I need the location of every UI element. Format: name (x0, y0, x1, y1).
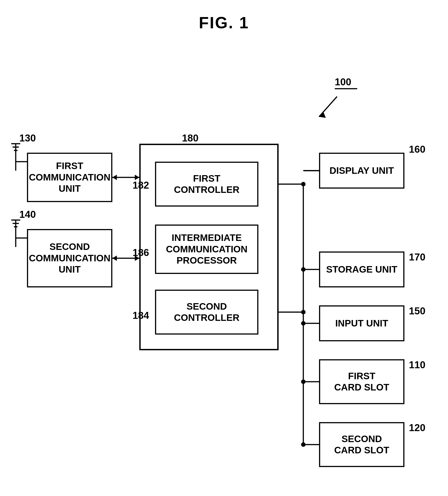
ref-186: 186 (133, 247, 149, 258)
box-second-controller: SECOND CONTROLLER (155, 290, 258, 335)
svg-point-20 (301, 310, 305, 314)
svg-point-18 (301, 182, 305, 186)
first-card-label: FIRST CARD SLOT (334, 371, 389, 393)
svg-point-26 (301, 321, 305, 326)
ref-184: 184 (133, 310, 149, 321)
first-comm-label: FIRST COMMUNICATION UNIT (29, 160, 110, 194)
figure-title: FIG. 1 (199, 14, 249, 32)
box-display: DISPLAY UNIT (319, 153, 404, 189)
input-label: INPUT UNIT (335, 318, 388, 329)
ref-130: 130 (19, 132, 36, 144)
box-second-card: SECOND CARD SLOT (319, 422, 404, 467)
ref-180: 180 (182, 132, 198, 144)
icp-label: INTERMEDIATE COMMUNICATION PROCESSOR (166, 232, 247, 266)
second-comm-label: SECOND COMMUNICATION UNIT (29, 241, 110, 275)
svg-marker-15 (112, 256, 117, 261)
ref-140: 140 (19, 209, 36, 220)
svg-point-30 (301, 442, 305, 447)
box-first-comm: FIRST COMMUNICATION UNIT (27, 153, 112, 202)
ref-182: 182 (133, 180, 149, 191)
svg-marker-11 (135, 175, 139, 180)
box-input: INPUT UNIT (319, 305, 404, 341)
diagram: FIG. 1 (0, 0, 448, 496)
box-icp: INTERMEDIATE COMMUNICATION PROCESSOR (155, 225, 258, 274)
second-controller-label: SECOND CONTROLLER (174, 301, 240, 324)
svg-point-24 (301, 267, 305, 272)
first-controller-label: FIRST CONTROLLER (174, 173, 240, 196)
ref-120: 120 (409, 422, 425, 433)
svg-marker-33 (319, 112, 326, 118)
ref-110: 110 (409, 359, 425, 371)
ref-160: 160 (409, 144, 425, 155)
storage-label: STORAGE UNIT (326, 264, 398, 275)
box-first-card: FIRST CARD SLOT (319, 359, 404, 404)
ref-170: 170 (409, 251, 425, 263)
box-second-comm: SECOND COMMUNICATION UNIT (27, 229, 112, 287)
svg-line-32 (319, 96, 337, 117)
ref-100: 100 (335, 76, 351, 88)
second-card-label: SECOND CARD SLOT (334, 433, 389, 456)
svg-point-28 (301, 379, 305, 384)
display-label: DISPLAY UNIT (329, 165, 394, 176)
box-storage: STORAGE UNIT (319, 251, 404, 287)
box-first-controller: FIRST CONTROLLER (155, 162, 258, 207)
ref-150: 150 (409, 305, 425, 317)
svg-marker-12 (112, 175, 117, 180)
